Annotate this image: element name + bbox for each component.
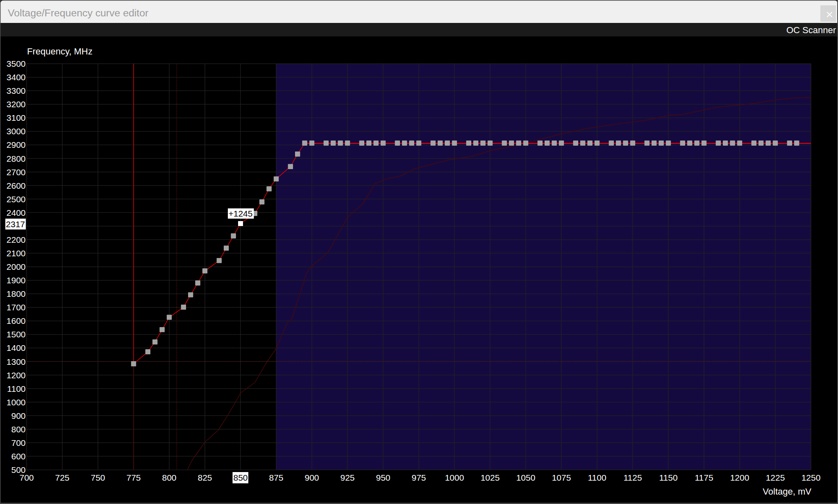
svg-text:Voltage/Frequency curve editor: Voltage/Frequency curve editor — [8, 7, 148, 18]
svg-text:2000: 2000 — [7, 262, 26, 271]
svg-text:3400: 3400 — [7, 72, 26, 82]
svg-text:2317: 2317 — [6, 219, 25, 229]
svg-text:1225: 1225 — [766, 473, 785, 482]
svg-text:600: 600 — [11, 452, 25, 461]
svg-text:3300: 3300 — [7, 86, 26, 95]
svg-text:750: 750 — [91, 473, 105, 482]
svg-text:1700: 1700 — [7, 303, 26, 312]
svg-text:800: 800 — [11, 425, 25, 434]
svg-text:1175: 1175 — [695, 473, 713, 482]
svg-text:+1245: +1245 — [229, 209, 253, 218]
svg-text:900: 900 — [11, 411, 25, 420]
svg-text:1100: 1100 — [588, 473, 606, 482]
svg-text:725: 725 — [55, 473, 69, 482]
svg-text:2200: 2200 — [7, 235, 26, 244]
svg-text:3000: 3000 — [7, 127, 26, 136]
svg-text:1150: 1150 — [659, 473, 677, 482]
svg-text:2700: 2700 — [7, 167, 26, 177]
svg-text:950: 950 — [376, 473, 390, 482]
svg-text:2500: 2500 — [7, 194, 26, 204]
svg-text:2100: 2100 — [7, 249, 26, 258]
svg-text:975: 975 — [411, 473, 426, 482]
svg-text:1900: 1900 — [7, 276, 26, 285]
svg-text:Voltage, mV: Voltage, mV — [763, 486, 811, 497]
svg-text:3500: 3500 — [7, 59, 26, 68]
svg-text:700: 700 — [11, 438, 25, 447]
svg-text:825: 825 — [198, 473, 212, 482]
svg-text:900: 900 — [304, 473, 319, 482]
svg-text:2600: 2600 — [7, 181, 26, 190]
svg-text:800: 800 — [162, 473, 176, 482]
svg-text:1200: 1200 — [730, 473, 749, 482]
svg-text:1025: 1025 — [481, 473, 500, 482]
svg-text:OC Scanner: OC Scanner — [786, 25, 836, 35]
svg-text:1000: 1000 — [7, 398, 26, 407]
svg-text:850: 850 — [233, 473, 248, 482]
svg-text:2400: 2400 — [7, 208, 26, 217]
svg-text:925: 925 — [340, 473, 354, 482]
svg-text:3200: 3200 — [7, 99, 26, 109]
svg-text:1050: 1050 — [516, 473, 536, 482]
svg-text:1500: 1500 — [7, 330, 26, 339]
svg-text:875: 875 — [269, 473, 283, 482]
svg-text:2800: 2800 — [7, 154, 26, 163]
svg-text:1800: 1800 — [7, 289, 26, 298]
svg-text:700: 700 — [19, 473, 34, 482]
svg-text:1125: 1125 — [623, 473, 642, 482]
svg-text:2900: 2900 — [7, 140, 26, 149]
svg-text:775: 775 — [126, 473, 141, 482]
svg-text:1200: 1200 — [7, 371, 26, 380]
svg-text:Frequency, MHz: Frequency, MHz — [27, 46, 93, 57]
svg-text:1600: 1600 — [7, 316, 26, 325]
svg-text:1000: 1000 — [445, 473, 464, 482]
svg-text:1400: 1400 — [7, 343, 26, 353]
svg-text:3100: 3100 — [7, 113, 26, 122]
svg-text:1100: 1100 — [7, 384, 25, 393]
svg-text:1250: 1250 — [802, 473, 821, 482]
svg-text:1300: 1300 — [7, 357, 26, 366]
svg-text:1075: 1075 — [552, 473, 571, 482]
